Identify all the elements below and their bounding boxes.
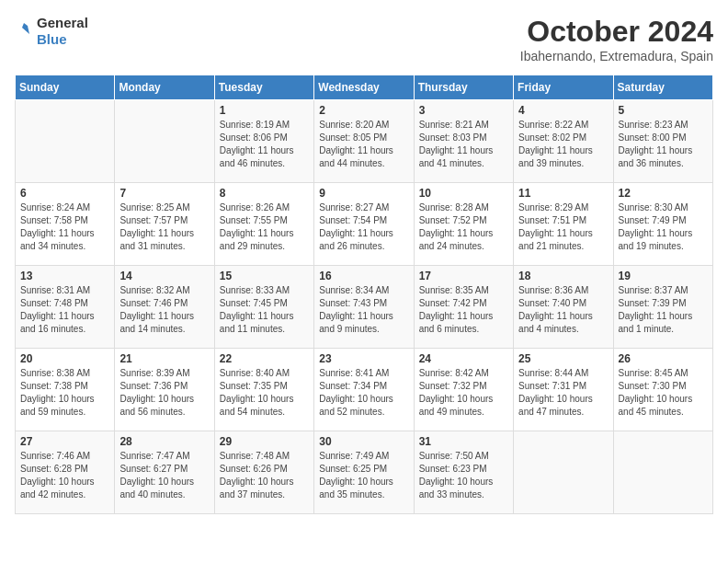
- day-info: Sunrise: 8:21 AM Sunset: 8:03 PM Dayligh…: [419, 119, 508, 170]
- day-info: Sunrise: 8:35 AM Sunset: 7:42 PM Dayligh…: [419, 284, 508, 336]
- day-info: Sunrise: 7:47 AM Sunset: 6:27 PM Dayligh…: [119, 450, 209, 501]
- calendar-cell: 16Sunrise: 8:34 AM Sunset: 7:43 PM Dayli…: [314, 266, 414, 349]
- calendar-cell: 4Sunrise: 8:22 AM Sunset: 8:02 PM Daylig…: [514, 100, 613, 183]
- calendar-cell: 12Sunrise: 8:30 AM Sunset: 7:49 PM Dayli…: [613, 183, 712, 266]
- day-number: 11: [518, 187, 608, 200]
- day-info: Sunrise: 8:24 AM Sunset: 7:58 PM Dayligh…: [20, 201, 109, 253]
- title-area: October 2024 Ibahernando, Extremadura, S…: [520, 15, 713, 63]
- day-number: 20: [20, 352, 109, 365]
- day-number: 5: [619, 104, 708, 117]
- day-number: 10: [419, 187, 508, 200]
- calendar-cell: 11Sunrise: 8:29 AM Sunset: 7:51 PM Dayli…: [514, 183, 613, 266]
- calendar-cell: 1Sunrise: 8:19 AM Sunset: 8:06 PM Daylig…: [214, 100, 313, 183]
- column-header-friday: Friday: [514, 75, 613, 100]
- day-info: Sunrise: 8:31 AM Sunset: 7:48 PM Dayligh…: [20, 284, 109, 336]
- day-number: 12: [619, 187, 708, 200]
- calendar-week-3: 13Sunrise: 8:31 AM Sunset: 7:48 PM Dayli…: [16, 266, 713, 349]
- day-info: Sunrise: 8:42 AM Sunset: 7:32 PM Dayligh…: [419, 367, 508, 419]
- day-info: Sunrise: 8:34 AM Sunset: 7:43 PM Dayligh…: [319, 284, 408, 336]
- day-info: Sunrise: 8:38 AM Sunset: 7:38 PM Dayligh…: [20, 367, 109, 419]
- calendar-cell: 29Sunrise: 7:48 AM Sunset: 6:26 PM Dayli…: [214, 431, 313, 514]
- calendar-cell: 19Sunrise: 8:37 AM Sunset: 7:39 PM Dayli…: [613, 266, 712, 349]
- calendar-table: SundayMondayTuesdayWednesdayThursdayFrid…: [15, 75, 713, 514]
- svg-marker-0: [22, 23, 31, 34]
- calendar-cell: 8Sunrise: 8:26 AM Sunset: 7:55 PM Daylig…: [214, 183, 313, 266]
- calendar-cell: 24Sunrise: 8:42 AM Sunset: 7:32 PM Dayli…: [414, 349, 513, 431]
- calendar-week-4: 20Sunrise: 8:38 AM Sunset: 7:38 PM Dayli…: [16, 349, 713, 431]
- subtitle: Ibahernando, Extremadura, Spain: [520, 49, 713, 63]
- day-info: Sunrise: 8:20 AM Sunset: 8:05 PM Dayligh…: [319, 119, 408, 170]
- calendar-cell: 30Sunrise: 7:49 AM Sunset: 6:25 PM Dayli…: [314, 431, 414, 514]
- calendar-cell: 17Sunrise: 8:35 AM Sunset: 7:42 PM Dayli…: [414, 266, 513, 349]
- day-number: 21: [119, 352, 209, 365]
- calendar-cell: 6Sunrise: 8:24 AM Sunset: 7:58 PM Daylig…: [16, 183, 115, 266]
- day-number: 17: [419, 270, 508, 282]
- day-number: 4: [518, 104, 608, 117]
- day-info: Sunrise: 8:32 AM Sunset: 7:46 PM Dayligh…: [119, 284, 209, 336]
- logo-text-blue: Blue: [37, 31, 67, 47]
- logo: General Blue: [15, 15, 88, 47]
- day-info: Sunrise: 8:23 AM Sunset: 8:00 PM Dayligh…: [619, 119, 708, 170]
- day-info: Sunrise: 7:46 AM Sunset: 6:28 PM Dayligh…: [20, 450, 109, 501]
- day-number: 28: [119, 435, 209, 448]
- calendar-cell: 31Sunrise: 7:50 AM Sunset: 6:23 PM Dayli…: [414, 431, 513, 514]
- day-info: Sunrise: 8:37 AM Sunset: 7:39 PM Dayligh…: [619, 284, 708, 336]
- day-info: Sunrise: 8:33 AM Sunset: 7:45 PM Dayligh…: [220, 284, 309, 336]
- day-number: 24: [419, 352, 508, 365]
- calendar-cell: 22Sunrise: 8:40 AM Sunset: 7:35 PM Dayli…: [214, 349, 313, 431]
- day-number: 6: [20, 187, 109, 200]
- day-info: Sunrise: 8:29 AM Sunset: 7:51 PM Dayligh…: [518, 201, 608, 253]
- day-number: 14: [119, 270, 209, 282]
- day-number: 19: [619, 270, 708, 282]
- day-number: 15: [220, 270, 309, 282]
- calendar-cell: 26Sunrise: 8:45 AM Sunset: 7:30 PM Dayli…: [613, 349, 712, 431]
- calendar-cell: 13Sunrise: 8:31 AM Sunset: 7:48 PM Dayli…: [16, 266, 115, 349]
- day-number: 25: [518, 352, 608, 365]
- header-row: SundayMondayTuesdayWednesdayThursdayFrid…: [16, 75, 713, 100]
- day-number: 18: [518, 270, 608, 282]
- day-info: Sunrise: 8:27 AM Sunset: 7:54 PM Dayligh…: [319, 201, 408, 253]
- calendar-cell: 10Sunrise: 8:28 AM Sunset: 7:52 PM Dayli…: [414, 183, 513, 266]
- calendar-cell: 21Sunrise: 8:39 AM Sunset: 7:36 PM Dayli…: [115, 349, 214, 431]
- calendar-cell: 14Sunrise: 8:32 AM Sunset: 7:46 PM Dayli…: [115, 266, 214, 349]
- day-info: Sunrise: 7:49 AM Sunset: 6:25 PM Dayligh…: [319, 450, 408, 501]
- day-number: 23: [319, 352, 408, 365]
- column-header-monday: Monday: [115, 75, 214, 100]
- calendar-cell: [514, 431, 613, 514]
- calendar-cell: 9Sunrise: 8:27 AM Sunset: 7:54 PM Daylig…: [314, 183, 414, 266]
- page-header: General Blue October 2024 Ibahernando, E…: [15, 15, 713, 63]
- day-number: 7: [119, 187, 209, 200]
- day-info: Sunrise: 8:26 AM Sunset: 7:55 PM Dayligh…: [220, 201, 309, 253]
- day-info: Sunrise: 8:19 AM Sunset: 8:06 PM Dayligh…: [220, 119, 309, 170]
- calendar-cell: [613, 431, 712, 514]
- column-header-thursday: Thursday: [414, 75, 513, 100]
- day-info: Sunrise: 7:50 AM Sunset: 6:23 PM Dayligh…: [419, 450, 508, 501]
- calendar-cell: 5Sunrise: 8:23 AM Sunset: 8:00 PM Daylig…: [613, 100, 712, 183]
- column-header-sunday: Sunday: [16, 75, 115, 100]
- calendar-cell: 15Sunrise: 8:33 AM Sunset: 7:45 PM Dayli…: [214, 266, 313, 349]
- day-info: Sunrise: 8:30 AM Sunset: 7:49 PM Dayligh…: [619, 201, 708, 253]
- day-number: 9: [319, 187, 408, 200]
- day-info: Sunrise: 8:41 AM Sunset: 7:34 PM Dayligh…: [319, 367, 408, 419]
- day-info: Sunrise: 8:44 AM Sunset: 7:31 PM Dayligh…: [518, 367, 608, 419]
- calendar-week-2: 6Sunrise: 8:24 AM Sunset: 7:58 PM Daylig…: [16, 183, 713, 266]
- day-info: Sunrise: 8:39 AM Sunset: 7:36 PM Dayligh…: [119, 367, 209, 419]
- column-header-wednesday: Wednesday: [314, 75, 414, 100]
- day-number: 1: [220, 104, 309, 117]
- day-number: 16: [319, 270, 408, 282]
- day-info: Sunrise: 7:48 AM Sunset: 6:26 PM Dayligh…: [220, 450, 309, 501]
- calendar-cell: 18Sunrise: 8:36 AM Sunset: 7:40 PM Dayli…: [514, 266, 613, 349]
- day-info: Sunrise: 8:25 AM Sunset: 7:57 PM Dayligh…: [119, 201, 209, 253]
- day-number: 29: [220, 435, 309, 448]
- calendar-cell: [115, 100, 214, 183]
- day-number: 31: [419, 435, 508, 448]
- logo-text-general: General: [37, 15, 88, 30]
- calendar-cell: 2Sunrise: 8:20 AM Sunset: 8:05 PM Daylig…: [314, 100, 414, 183]
- calendar-cell: 20Sunrise: 8:38 AM Sunset: 7:38 PM Dayli…: [16, 349, 115, 431]
- day-number: 8: [220, 187, 309, 200]
- logo-bird-icon: [15, 21, 35, 41]
- day-number: 2: [319, 104, 408, 117]
- day-number: 3: [419, 104, 508, 117]
- day-info: Sunrise: 8:36 AM Sunset: 7:40 PM Dayligh…: [518, 284, 608, 336]
- calendar-cell: [16, 100, 115, 183]
